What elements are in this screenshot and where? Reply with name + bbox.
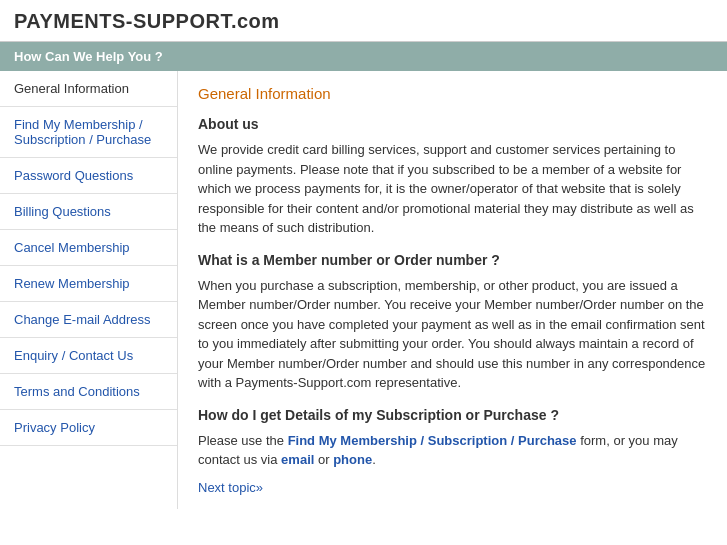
sidebar-item-renew-membership[interactable]: Renew Membership <box>0 266 177 302</box>
next-topic-container: Next topic» <box>198 480 707 495</box>
sidebar-item-billing-questions[interactable]: Billing Questions <box>0 194 177 230</box>
subscription-text-end: . <box>372 452 376 467</box>
about-us-text: We provide credit card billing services,… <box>198 140 707 238</box>
email-link[interactable]: email <box>281 452 314 467</box>
sidebar-item-cancel-membership[interactable]: Cancel Membership <box>0 230 177 266</box>
phone-link[interactable]: phone <box>333 452 372 467</box>
main-content: General Information About us We provide … <box>178 71 727 509</box>
sidebar-item-password-questions[interactable]: Password Questions <box>0 158 177 194</box>
sidebar-item-change-email[interactable]: Change E-mail Address <box>0 302 177 338</box>
content-section-title: General Information <box>198 85 707 102</box>
sidebar: General Information Find My Membership /… <box>0 71 178 509</box>
sidebar-item-find-membership[interactable]: Find My Membership / Subscription / Purc… <box>0 107 177 158</box>
sidebar-item-enquiry-contact[interactable]: Enquiry / Contact Us <box>0 338 177 374</box>
sidebar-item-general-info[interactable]: General Information <box>0 71 177 107</box>
subscription-text-before: Please use the <box>198 433 288 448</box>
member-number-heading: What is a Member number or Order number … <box>198 252 707 268</box>
subscription-text-or: or <box>314 452 333 467</box>
help-bar-label: How Can We Help You ? <box>14 49 163 64</box>
sidebar-item-privacy-policy[interactable]: Privacy Policy <box>0 410 177 446</box>
site-title: PAYMENTS-SUPPORT.com <box>14 10 713 33</box>
subscription-paragraph: Please use the Find My Membership / Subs… <box>198 431 707 470</box>
find-membership-link[interactable]: Find My Membership / Subscription / Purc… <box>288 433 577 448</box>
sidebar-item-terms-conditions[interactable]: Terms and Conditions <box>0 374 177 410</box>
next-topic-link[interactable]: Next topic» <box>198 480 263 495</box>
member-number-text: When you purchase a subscription, member… <box>198 276 707 393</box>
about-us-heading: About us <box>198 116 707 132</box>
subscription-heading: How do I get Details of my Subscription … <box>198 407 707 423</box>
